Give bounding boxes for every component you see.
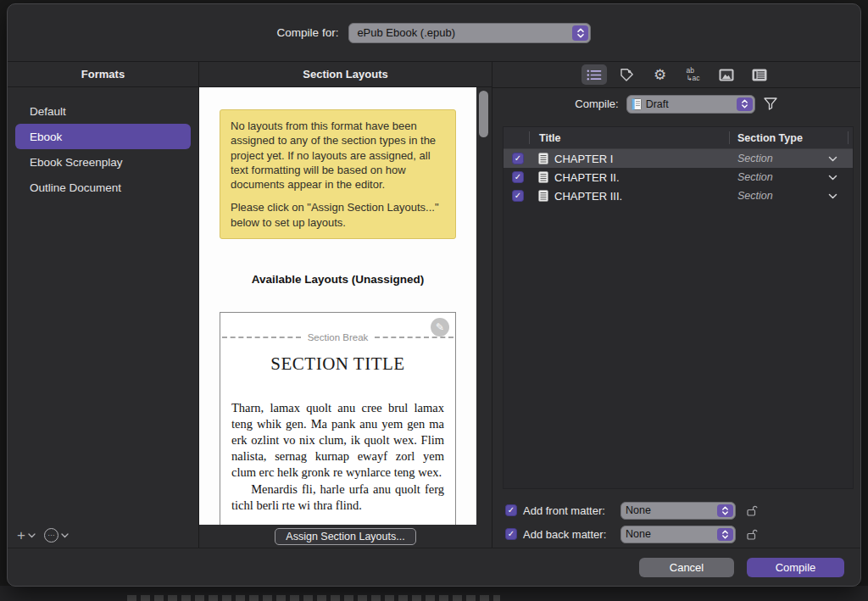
binder-table: Title Section Type ✓ CHAPTER I Section ✓ [503,126,854,489]
compile-for-label: Compile for: [277,26,339,39]
check-icon: ✓ [515,191,521,200]
assign-section-layouts-button[interactable]: Assign Section Layouts... [275,528,415,545]
unlock-icon[interactable] [745,528,758,540]
scrollbar-thumb[interactable] [479,91,488,137]
layout-sample-text: Tharn, lamax quolt anu cree brul lamax t… [220,400,455,514]
cancel-button[interactable]: Cancel [639,558,734,577]
plus-icon: + [17,528,25,543]
text-layout-tab[interactable] [747,64,772,85]
chevron-down-icon[interactable] [828,193,837,199]
compile-format-value: ePub Ebook (.epub) [349,26,590,39]
contents-list-tab[interactable] [581,64,607,85]
back-matter-row: ✓ Add back matter: None [505,525,860,543]
column-separator [529,131,530,144]
formats-title: Formats [8,62,198,87]
background-window [0,586,868,601]
check-icon: ✓ [515,153,521,163]
include-checkbox[interactable]: ✓ [512,171,524,183]
gear-icon: ⚙ [654,68,666,82]
section-type-value[interactable]: Section [737,153,773,164]
sample-paragraph-2: Menardis fli, harle urfa anu quolt ferg … [231,481,444,514]
settings-tab[interactable]: ⚙ [648,64,673,85]
chevron-down-icon[interactable] [828,175,837,181]
formats-panel: Formats Default Ebook Ebook Screenplay O… [8,62,199,548]
filter-icon[interactable] [763,97,778,111]
layout-preview-card[interactable]: ✎ Section Break SECTION TITLE Tharn, lam… [220,312,456,525]
add-format-button[interactable]: + [17,528,36,543]
compile-format-select[interactable]: ePub Ebook (.epub) [348,23,591,43]
format-options-button[interactable]: … [44,528,69,543]
section-break-label: Section Break [308,332,369,342]
replacements-icon: ab↳ac [686,67,699,82]
check-icon: ✓ [515,172,521,181]
front-matter-checkbox[interactable]: ✓ [505,504,517,516]
dashed-rule [222,337,301,338]
chevron-down-icon [28,533,36,538]
table-header: Title Section Type [504,127,853,149]
notice-paragraph-2: Please click on "Assign Section Layouts.… [231,200,445,230]
notice-paragraph-1: No layouts from this format have been as… [231,119,445,192]
formats-footer: + … [17,528,69,543]
no-layouts-notice: No layouts from this format have been as… [220,109,456,239]
table-row[interactable]: ✓ CHAPTER III. Section [504,186,853,205]
pencil-icon: ✎ [436,321,444,333]
cover-image-tab[interactable] [714,64,739,85]
format-item-default[interactable]: Default [15,98,191,124]
column-section-type[interactable]: Section Type [737,132,803,144]
replacements-tab[interactable]: ab↳ac [681,64,706,85]
section-type-value[interactable]: Section [737,171,773,183]
stepper-icon [737,97,753,111]
format-item-label: Default [30,105,66,118]
available-layouts-heading: Available Layouts (Unassigned) [199,273,476,286]
include-checkbox[interactable]: ✓ [512,190,524,202]
compile-dialog: Compile for: ePub Ebook (.epub) Formats … [7,3,861,587]
row-title: CHAPTER I [554,153,613,165]
list-icon [587,70,602,81]
back-matter-checkbox[interactable]: ✓ [505,528,517,540]
format-item-label: Ebook Screenplay [30,156,123,169]
compile-group-select[interactable]: Draft [626,95,755,114]
document-icon [538,171,548,183]
contents-panel: ⚙ ab↳ac Compile: Draft [492,62,860,548]
document-icon [538,190,548,202]
edit-layout-button[interactable]: ✎ [431,318,449,337]
chevron-down-icon[interactable] [828,156,837,162]
format-item-label: Outline Document [30,181,121,194]
check-icon: ✓ [508,529,515,538]
column-title[interactable]: Title [504,132,560,144]
format-item-ebook[interactable]: Ebook [15,124,191,149]
row-title: CHAPTER III. [554,190,622,203]
row-title: CHAPTER II. [554,171,620,184]
column-separator [848,131,849,144]
table-row[interactable]: ✓ CHAPTER II. Section [504,168,853,186]
background-window-text-sliver [127,595,500,601]
compile-button[interactable]: Compile [747,558,844,577]
format-item-ebook-screenplay[interactable]: Ebook Screenplay [15,149,191,175]
unlock-icon[interactable] [745,504,758,516]
compile-header: Compile for: ePub Ebook (.epub) [8,4,860,62]
document-icon [538,153,548,164]
stepper-icon [717,504,733,517]
front-matter-label: Add front matter: [523,504,618,517]
section-layouts-title: Section Layouts [199,62,492,87]
section-break-row: Section Break [220,332,455,342]
scrollbar[interactable] [476,87,492,525]
compile-group-row: Compile: Draft [492,88,860,120]
compile-main: Formats Default Ebook Ebook Screenplay O… [8,62,860,548]
matter-options: ✓ Add front matter: None ✓ Add back matt… [505,501,860,543]
image-icon [719,69,734,81]
section-type-value[interactable]: Section [737,190,773,202]
format-item-label: Ebook [30,131,62,143]
format-item-outline-document[interactable]: Outline Document [15,175,191,200]
include-checkbox[interactable]: ✓ [512,153,524,164]
front-matter-row: ✓ Add front matter: None [505,501,860,520]
stepper-icon [572,25,588,41]
contents-toolbar: ⚙ ab↳ac [492,62,860,88]
section-layouts-body: No layouts from this format have been as… [199,87,492,525]
draft-folder-icon [632,98,642,110]
table-row[interactable]: ✓ CHAPTER I Section [504,149,853,168]
back-matter-select[interactable]: None [620,526,736,543]
front-matter-select[interactable]: None [620,502,736,520]
tags-tab[interactable] [615,64,640,85]
tag-icon [620,68,634,82]
